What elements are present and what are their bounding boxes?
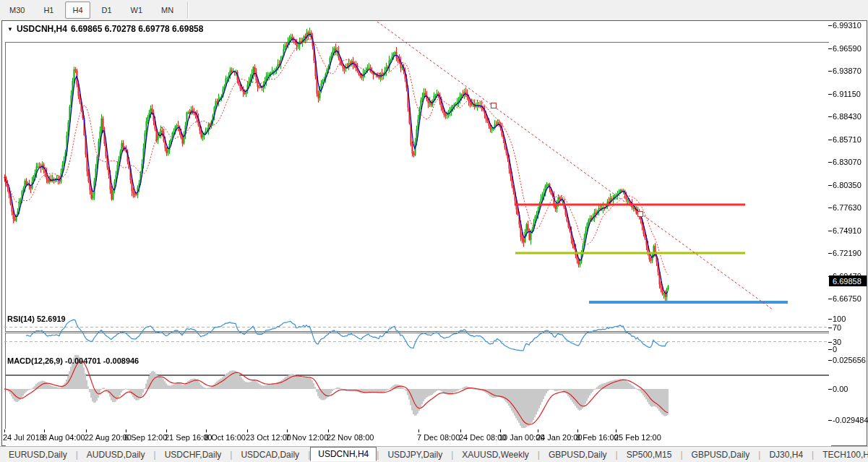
tab-xauusd-weekly[interactable]: XAUUSD,Weekly (453, 448, 537, 461)
rsi-axis-label: 0 (833, 345, 837, 354)
price-axis-label: 6.99310 (833, 21, 861, 30)
rsi-axis-label: 100 (833, 315, 846, 323)
chart-ohlc-values: 6.69865 6.70278 6.69778 6.69858 (71, 24, 204, 34)
tab-usdcad-daily[interactable]: USDCAD,Daily (232, 448, 308, 461)
date-axis-label: 22 Nov 08:00 (327, 433, 374, 442)
date-axis-label: 23 Oct 12:00 (246, 433, 291, 442)
tab-gbpusd-daily[interactable]: GBPUSD,Daily (540, 448, 616, 461)
chevron-down-icon[interactable]: ▼ (7, 26, 13, 33)
rsi-value: 52.6919 (37, 315, 66, 323)
rsi-name: RSI(14) (7, 315, 35, 323)
price-axis-label: 6.91150 (833, 90, 861, 98)
macd-label: MACD(12,26,9) -0.004701 -0.008946 (7, 356, 139, 365)
symbol-tab-bar: EURUSD,Daily|AUDUSD,Daily|USDCHF,Daily|U… (0, 446, 868, 462)
tab-audusd-daily[interactable]: AUDUSD,Daily (78, 448, 154, 461)
price-axis-label: 6.83070 (833, 158, 861, 166)
chart-title: ▼ USDCNH,H4 6.69865 6.70278 6.69778 6.69… (7, 24, 203, 34)
tab-sp500-m15[interactable]: SP500,M15 (618, 448, 681, 461)
tab-tech100-h1[interactable]: TECH100,H1 (814, 448, 868, 461)
macd-values: -0.004701 -0.008946 (65, 356, 139, 365)
date-axis-label: 8 Oct 16:00 (205, 433, 246, 442)
price-axis-label: 6.74910 (833, 226, 861, 235)
price-axis-label: 6.66750 (833, 294, 861, 303)
price-axis-label: 6.96590 (833, 44, 861, 53)
tab-dj30-h4[interactable]: DJ30,H4 (760, 448, 812, 461)
date-axis-label: 8 Feb 16:00 (576, 433, 619, 442)
tab-eurusd-daily[interactable]: EURUSD,Daily (0, 448, 76, 461)
rsi-label: RSI(14) 52.6919 (7, 315, 66, 323)
macd-axis-label: 0.00 (833, 385, 848, 393)
price-axis-label: 6.93870 (833, 67, 861, 75)
tab-usdcnh-h4[interactable]: USDCNH,H4 (310, 447, 377, 461)
tab-gbpusd-daily[interactable]: GBPUSD,Daily (683, 448, 759, 461)
tab-usdjpy-daily[interactable]: USDJPY,Daily (379, 448, 451, 461)
current-price-tag: 6.69858 (829, 275, 867, 286)
rsi-axis-label: 70 (833, 323, 841, 332)
price-axis-label: 6.72190 (833, 249, 861, 257)
mt4-application: M30H1H4D1W1MN ▼ USDCNH,H4 6.69865 6.7027… (0, 0, 868, 462)
macd-axis-label: 0.025656 (833, 356, 866, 364)
date-axis-label: 8 Aug 04:00 (43, 433, 85, 442)
date-axis-label: 7 Nov 12:00 (285, 433, 328, 442)
date-axis-label: 24 Jul 2018 (3, 433, 44, 442)
macd-name: MACD(12,26,9) (7, 356, 63, 365)
chart-canvas[interactable] (0, 0, 868, 462)
price-axis-label: 6.80350 (833, 181, 861, 189)
date-axis-label: 6 Sep 12:00 (124, 433, 167, 442)
date-axis-label: 7 Dec 08:00 (417, 433, 460, 442)
price-axis-label: 6.77630 (833, 203, 861, 212)
tab-usdchf-daily[interactable]: USDCHF,Daily (156, 448, 231, 461)
price-axis-label: 6.88430 (833, 112, 861, 121)
price-axis-label: 6.85710 (833, 135, 861, 144)
chart-symbol-timeframe: USDCNH,H4 (17, 24, 67, 34)
macd-axis-label: -0.029484 (833, 416, 868, 424)
date-axis-label: 25 Feb 12:00 (614, 433, 661, 442)
